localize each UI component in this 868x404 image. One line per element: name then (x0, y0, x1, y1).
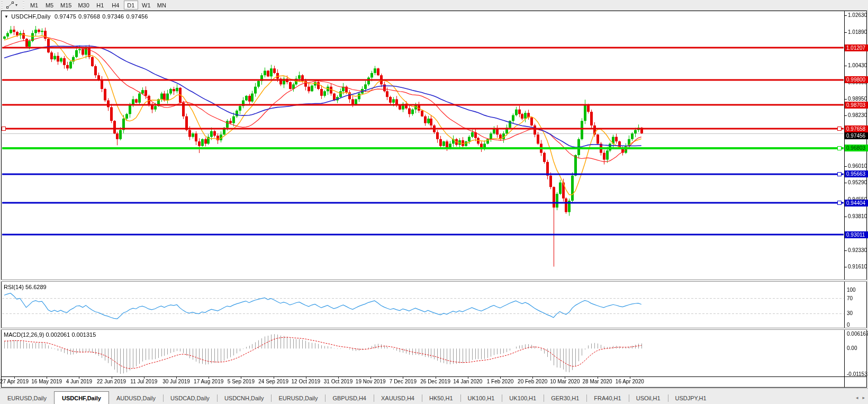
toolbar-separator (23, 2, 24, 8)
tab-scroll-right-icon[interactable]: ▸ (862, 395, 865, 400)
date-label: 26 Dec 2019 (420, 379, 450, 384)
top-toolbar: ▾ M1 M5 M15 M30 H1 H4 D1 W1 MN (0, 0, 868, 11)
rsi-axis-tick: 70 (847, 295, 853, 302)
ohlc-high-value: 0.97668 (78, 13, 100, 20)
timeframe-button-m5[interactable]: M5 (42, 1, 57, 10)
trendline-tool-button[interactable]: ▾ (4, 1, 20, 10)
date-label: 11 Jul 2019 (130, 379, 157, 384)
price-line-label: 0.96803 (845, 145, 868, 151)
date-label: 16 May 2019 (31, 379, 62, 384)
price-axis-tick: 0.92330 (848, 247, 868, 254)
chart-tab-bar: EURUSD,Daily USDCHF,Daily AUDUSD,Daily U… (0, 388, 868, 404)
date-label: 27 Apr 2019 (0, 379, 29, 384)
date-label: 1 Feb 2020 (487, 379, 514, 384)
tab-usoil-h1[interactable]: USOil,H1 (629, 393, 668, 403)
tab-usdcad-daily[interactable]: USDCAD,Daily (163, 393, 217, 403)
date-label: 22 Jun 2019 (97, 379, 126, 384)
date-label: 30 Jul 2019 (162, 379, 190, 384)
price-line-label: 0.94404 (845, 200, 868, 207)
ohlc-open-value: 0.97475 (55, 13, 76, 20)
tab-scroll-arrows: ◂▸ (852, 395, 865, 400)
symbol-period-label: USDCHF,Daily (11, 13, 51, 20)
price-axis-tick: 0.98230 (848, 112, 868, 119)
timeframe-button-d1[interactable]: D1 (124, 1, 138, 10)
timeframe-button-w1[interactable]: W1 (139, 1, 153, 10)
date-label: 4 Jun 2019 (66, 379, 93, 384)
date-label: 16 Apr 2020 (616, 379, 644, 384)
price-axis-tick: 1.02630 (848, 12, 868, 19)
price-axis-tick: 0.96010 (848, 163, 868, 169)
date-label: 10 Mar 2020 (550, 379, 580, 384)
tab-ger30-h1[interactable]: GER30,H1 (544, 393, 586, 403)
tab-eurusd-daily-2[interactable]: EURUSD,Daily (271, 393, 325, 403)
date-label: 14 Jan 2020 (453, 379, 482, 384)
toolbar-grip[interactable] (1, 2, 3, 8)
price-axis-tick: 0.91610 (848, 264, 868, 270)
macd-axis-tick: 0.00 (847, 345, 857, 352)
timeframe-button-mn[interactable]: MN (155, 1, 169, 10)
price-line-label: 0.97658 (845, 125, 868, 132)
chart-title: ▼USDCHF,Daily 0.974750.976680.973460.974… (4, 13, 150, 20)
price-line-label: 1.01207 (845, 44, 868, 51)
date-label: 17 Aug 2019 (194, 379, 223, 384)
date-label: 12 Oct 2019 (292, 379, 320, 384)
current-price-label: 0.97456 (845, 132, 868, 139)
tab-uk100-h1-2[interactable]: UK100,H1 (502, 393, 544, 403)
ohlc-close-value: 0.97456 (126, 13, 148, 20)
price-axis-tick: 0.95290 (848, 179, 868, 186)
timeframe-button-h1[interactable]: H1 (93, 1, 107, 10)
macd-axis-tick: -0.011531 (847, 371, 868, 378)
date-label: 24 Sep 2019 (258, 379, 288, 384)
chevron-down-icon: ▾ (15, 3, 17, 7)
tab-uk100-h1-1[interactable]: UK100,H1 (460, 393, 502, 403)
timeframe-button-m1[interactable]: M1 (27, 1, 41, 10)
price-line-label: 0.98703 (845, 102, 868, 109)
price-line-label: 0.93011 (845, 231, 868, 238)
price-line-label: 0.99800 (845, 76, 868, 83)
window-menu-icon[interactable]: ▼ (4, 14, 8, 19)
price-axis-tick: 1.00430 (848, 62, 868, 69)
tab-usdcnh-daily[interactable]: USDCNH,Daily (217, 393, 272, 403)
date-label: 31 Oct 2019 (324, 379, 352, 384)
price-axis-tick: 0.93810 (848, 213, 868, 220)
price-chart-canvas[interactable] (0, 0, 868, 404)
tab-usdjpy-h1[interactable]: USDJPY,H1 (668, 393, 714, 403)
price-axis-tick: 1.01890 (848, 29, 868, 35)
date-label: 5 Sep 2019 (228, 379, 255, 384)
rsi-axis-tick: 30 (847, 310, 853, 317)
rsi-indicator-label: RSI(14) 56.6289 (4, 284, 47, 290)
tab-eurusd-daily-1[interactable]: EURUSD,Daily (0, 393, 54, 403)
ohlc-low-value: 0.97346 (102, 13, 124, 20)
timeframe-button-h4[interactable]: H4 (108, 1, 123, 10)
tab-usdchf-daily[interactable]: USDCHF,Daily (54, 391, 109, 404)
rsi-axis-tick: 100 (847, 287, 856, 293)
date-label: 28 Mar 2020 (583, 379, 612, 384)
timeframe-button-m15[interactable]: M15 (58, 1, 74, 10)
tab-xauusd-h4[interactable]: XAUUSD,H4 (374, 393, 422, 403)
tab-fra40-h1[interactable]: FRA40,H1 (586, 393, 628, 403)
macd-indicator-label: MACD(12,26,9) 0.002061 0.001315 (4, 331, 96, 338)
macd-axis-tick: 0.006167 (847, 331, 868, 337)
date-label: 7 Dec 2019 (390, 379, 417, 384)
date-label: 20 Feb 2020 (518, 379, 547, 384)
tab-scroll-left-icon[interactable]: ◂ (856, 395, 858, 400)
date-label: 19 Nov 2019 (356, 379, 386, 384)
trading-terminal: { "toolbar": { "timeframes": ["M1","M5",… (0, 0, 868, 404)
rsi-axis-tick: 0 (847, 322, 850, 328)
tab-gbpusd-h4[interactable]: GBPUSD,H4 (325, 393, 374, 403)
tab-audusd-daily[interactable]: AUDUSD,Daily (109, 393, 163, 403)
tab-hk50-h1[interactable]: HK50,H1 (422, 393, 460, 403)
price-line-label: 0.95663 (845, 170, 868, 177)
trendline-icon (6, 2, 14, 8)
timeframe-button-m30[interactable]: M30 (75, 1, 92, 10)
